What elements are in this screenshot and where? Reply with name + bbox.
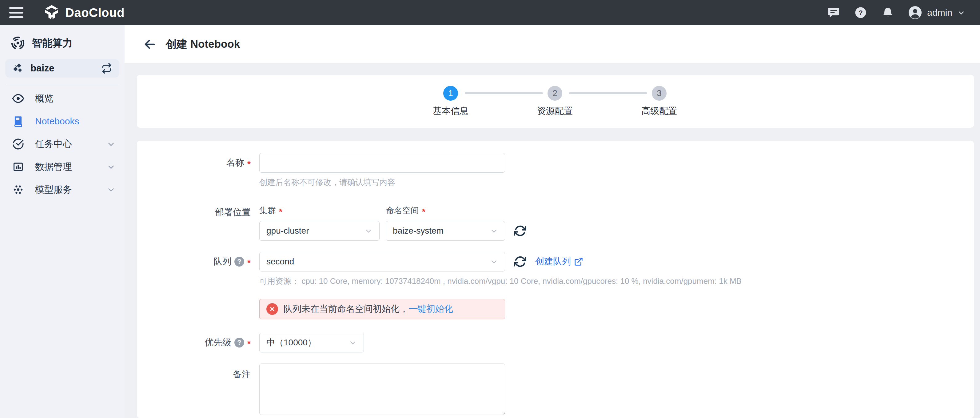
init-queue-link[interactable]: 一键初始化	[409, 303, 453, 315]
namespace-label: 命名空间	[386, 205, 419, 216]
name-input[interactable]	[259, 153, 505, 173]
step-3-label: 高级配置	[622, 105, 696, 117]
notebook-icon	[12, 115, 24, 127]
back-arrow-icon	[143, 38, 156, 51]
external-link-icon	[574, 257, 583, 266]
required-asterisk: *	[247, 258, 251, 268]
sidebar-item-task-center[interactable]: 任务中心	[0, 132, 124, 155]
cluster-label: 集群	[259, 205, 276, 216]
priority-select[interactable]: 中（10000）	[259, 333, 364, 353]
queue-resources-text: 可用资源： cpu: 10 Core, memory: 10737418240m…	[259, 276, 741, 287]
name-help-text: 创建后名称不可修改，请确认填写内容	[259, 177, 395, 188]
stepper: 1 2 3 基本信息 资源配置 高级配置	[137, 75, 974, 128]
avatar-icon	[908, 6, 922, 20]
namespace-select[interactable]: baize-system	[386, 221, 505, 241]
page-header: 创建 Notebook	[124, 25, 980, 63]
create-queue-link[interactable]: 创建队列	[535, 255, 583, 268]
sidebar-item-overview[interactable]: 概览	[0, 87, 124, 110]
step-1-circle: 1	[443, 86, 458, 101]
remark-label: 备注	[233, 369, 251, 381]
workspace-icon	[13, 63, 24, 74]
page-title: 创建 Notebook	[166, 37, 240, 51]
hamburger-icon[interactable]	[9, 3, 29, 22]
remark-row: 备注	[137, 364, 974, 416]
deploy-row: 部署位置 集群 * gpu-cluster	[137, 205, 974, 241]
sidebar-item-notebooks[interactable]: Notebooks	[0, 110, 124, 132]
error-icon	[266, 303, 278, 315]
cluster-select[interactable]: gpu-cluster	[259, 221, 380, 241]
chevron-down-icon	[107, 185, 115, 194]
select-chevron-icon	[490, 258, 498, 266]
workspace-name: baize	[30, 63, 54, 74]
required-asterisk: *	[247, 339, 251, 349]
error-text: 队列未在当前命名空间初始化，	[283, 303, 409, 315]
name-label: 名称	[226, 157, 244, 169]
task-icon	[12, 138, 24, 150]
user-menu[interactable]: admin	[908, 6, 965, 20]
help-icon[interactable]: ?	[854, 6, 867, 19]
back-button[interactable]	[142, 37, 157, 52]
priority-label: 优先级	[205, 337, 231, 349]
step-connector	[465, 93, 543, 94]
svg-text:?: ?	[859, 9, 863, 17]
step-connector	[569, 93, 647, 94]
main-area: 创建 Notebook 1 2 3 基本信息 资源配置 高级配置 名称 *	[124, 25, 980, 418]
step-3-circle: 3	[652, 86, 667, 101]
bell-icon[interactable]	[881, 6, 894, 19]
required-asterisk: *	[422, 207, 425, 217]
basic-info-form: 名称 * 创建后名称不可修改，请确认填写内容 部署位置	[137, 141, 974, 418]
queue-select[interactable]: second	[259, 252, 505, 271]
remark-textarea[interactable]	[259, 364, 505, 415]
chevron-down-icon	[107, 140, 115, 148]
chevron-down-icon	[107, 163, 115, 171]
deploy-label: 部署位置	[215, 206, 251, 219]
sidebar-section-title: 智能算力	[0, 25, 124, 51]
name-help-row: 创建后名称不可修改，请确认填写内容	[137, 173, 974, 188]
queue-error-alert: 队列未在当前命名空间初始化， 一键初始化	[259, 299, 505, 319]
refresh-icon	[514, 255, 526, 268]
daocloud-logo	[43, 4, 60, 21]
refresh-queue-button[interactable]	[513, 255, 527, 269]
queue-alert-row: 队列未在当前命名空间初始化， 一键初始化	[137, 299, 974, 319]
queue-row: 队列 ? * second	[137, 252, 974, 271]
namespace-field: 命名空间 * baize-system	[386, 205, 505, 241]
step-2-label: 资源配置	[518, 105, 592, 117]
required-asterisk: *	[279, 207, 282, 217]
question-icon[interactable]: ?	[234, 338, 244, 348]
cluster-field: 集群 * gpu-cluster	[259, 205, 380, 241]
required-asterisk: *	[247, 159, 251, 169]
refresh-icon	[514, 225, 526, 237]
message-icon[interactable]	[827, 6, 840, 19]
sidebar-item-data-management[interactable]: 数据管理	[0, 155, 124, 178]
select-chevron-icon	[364, 227, 372, 235]
priority-row: 优先级 ? * 中（10000）	[137, 333, 974, 353]
swap-icon[interactable]	[102, 63, 112, 73]
compute-icon	[10, 36, 25, 51]
chevron-down-icon	[957, 9, 965, 17]
step-2-circle: 2	[547, 86, 562, 101]
data-icon	[12, 161, 24, 173]
sidebar-item-model-service[interactable]: 模型服务	[0, 178, 124, 201]
eye-icon	[12, 93, 24, 104]
username: admin	[927, 7, 952, 18]
model-icon	[12, 184, 24, 195]
app-name: DaoCloud	[65, 6, 124, 20]
queue-label: 队列	[213, 255, 231, 268]
content: 1 2 3 基本信息 资源配置 高级配置 名称 * 创	[124, 63, 980, 418]
brand: DaoCloud	[43, 4, 124, 21]
refresh-namespace-button[interactable]	[513, 224, 527, 238]
name-row: 名称 *	[137, 153, 974, 173]
step-1-label: 基本信息	[414, 105, 488, 117]
select-chevron-icon	[349, 338, 357, 346]
topbar: DaoCloud ? admin	[0, 0, 980, 25]
workspace-selector[interactable]: baize	[5, 59, 119, 78]
select-chevron-icon	[490, 227, 498, 235]
sidebar: 智能算力 baize 概览 Notebooks	[0, 25, 124, 418]
sidebar-divider	[5, 84, 119, 84]
question-icon[interactable]: ?	[234, 257, 244, 266]
sidebar-menu: 概览 Notebooks 任务中心 数据管理	[0, 87, 124, 201]
queue-resources-row: 可用资源： cpu: 10 Core, memory: 10737418240m…	[137, 271, 974, 287]
